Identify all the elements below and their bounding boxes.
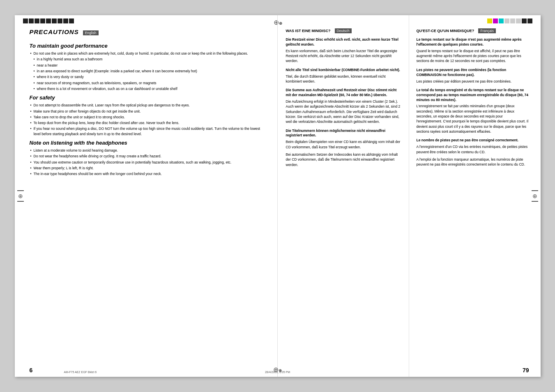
- safety-bullet-1: Do not attempt to disassemble the unit. …: [30, 103, 266, 108]
- right-column: QU'EST-CE QU'UN MINIDISQUE? Français Le …: [409, 15, 541, 377]
- french-title-row: QU'EST-CE QU'UN MINIDISQUE? Français: [417, 28, 529, 33]
- side-line-right-bottom: [532, 201, 538, 202]
- german-body-4b: Bei automatischem Setzen der Indexcodes …: [286, 152, 401, 167]
- english-badge: English: [83, 30, 99, 35]
- german-heading-4: Die Titelnummern können möglicherweise n…: [286, 129, 401, 138]
- safety-bullet-5: If you hear no sound when playing a disc…: [30, 126, 266, 136]
- reg-square-light2: [510, 18, 515, 23]
- german-body-4a: Beim digitalen Überspielen von einer CD …: [286, 139, 401, 150]
- section-headphones-heading: Note on listening with the headphones: [30, 140, 266, 146]
- german-body-3: Die Aufzeichnung erfolgt in Mindesteinhe…: [286, 99, 401, 125]
- german-body-1: Es kann vorkommen, daß sich beim Löschen…: [286, 48, 401, 64]
- footer-center: 28/4/2000, 6:05 PM: [265, 371, 290, 374]
- headphones-bullet-5: The in-ear type headphones should be wor…: [30, 171, 266, 176]
- perf-sub-bullet-2: near a heater: [30, 63, 266, 68]
- reg-square-right1: [522, 18, 527, 23]
- headphones-bullet-1: Listen at a moderate volume to avoid hea…: [30, 148, 266, 153]
- right-reg: ⊕: [532, 190, 538, 202]
- precautions-title-row: PRECAUTIONS English: [30, 28, 266, 39]
- perf-sub-bullet-3: in an area exposed to direct sunlight (E…: [30, 69, 266, 74]
- side-line-right-top: [532, 190, 538, 191]
- german-heading-3: Die Summe aus Aufnahmezeit und Restzeit …: [286, 88, 401, 98]
- german-heading-2: Nicht alle Titel sind kombinierbar (COMB…: [286, 68, 401, 73]
- french-body-2: Les pistes créées par édition peuvent ne…: [417, 79, 529, 84]
- perf-sub-bullet-6: where there is a lot of movement or vibr…: [30, 86, 266, 91]
- reg-marks-right: [487, 18, 532, 23]
- german-title: WAS IST EINE MINIDISC?: [286, 29, 331, 33]
- section-performance-heading: To maintain good performance: [30, 43, 266, 49]
- headphones-bullet-3: You should use extreme caution or tempor…: [30, 160, 266, 165]
- left-page: PRECAUTIONS English To maintain good per…: [15, 15, 278, 377]
- safety-bullet-3: Take care not to drop the unit or subjec…: [30, 115, 266, 120]
- middle-column: WAS IST EINE MINIDISC? Deutsch Die Restz…: [278, 15, 409, 377]
- french-heading-3: Le total du temps enregistré et du temps…: [417, 88, 529, 103]
- french-title: QU'EST-CE QU'UN MINIDISQUE?: [417, 29, 474, 33]
- reg-square-cyan: [499, 18, 504, 23]
- perf-sub-bullet-1: in a highly humid area such as a bathroo…: [30, 57, 266, 62]
- page-container: ⊕ ⊕ ⊕ PRECA: [0, 0, 555, 392]
- deutsch-badge: Deutsch: [335, 28, 352, 33]
- french-heading-4: Le nombre de pistes peut ne pas être con…: [417, 138, 529, 143]
- german-title-row: WAS IST EINE MINIDISC? Deutsch: [286, 28, 401, 33]
- headphones-bullet-2: Do not wear the headphones while driving…: [30, 154, 266, 159]
- french-body-4a: A l'enregistrement d'un CD via les entré…: [417, 144, 529, 154]
- french-heading-2: Les pistes ne peuvent pas être combinées…: [417, 68, 529, 78]
- french-body-4b: A l'emploi de la fonction marqueur autom…: [417, 157, 529, 167]
- french-body-1: Quand le temps restant sur le disque est…: [417, 48, 529, 64]
- german-body-2: Titel, die durch Editieren gebildet wurd…: [286, 74, 401, 84]
- reg-square-right2: [527, 18, 532, 23]
- reg-square-yellow: [487, 18, 492, 23]
- crosshair-right: ⊕: [532, 193, 537, 199]
- perf-bullet-1: Do not use the unit in places which are …: [30, 51, 266, 56]
- french-heading-1: Le temps restant sur le disque n'est pas…: [417, 37, 529, 47]
- perf-sub-bullet-5: near sources of strong magnetism, such a…: [30, 81, 266, 85]
- safety-bullet-2: Make sure that pins or other foreign obj…: [30, 109, 266, 114]
- bottom-bar: ⊕ 28/4/2000, 6:05 PM: [15, 365, 541, 377]
- safety-bullet-4: To keep dust from the pickup lens, keep …: [30, 120, 266, 125]
- right-page: WAS IST EINE MINIDISC? Deutsch Die Restz…: [278, 15, 541, 377]
- section-safety-heading: For safety: [30, 95, 266, 101]
- headphones-bullet-4: Wear them properly; L is left, R is righ…: [30, 166, 266, 171]
- spread: ⊕ ⊕ ⊕ PRECA: [15, 15, 541, 377]
- french-body-3: L'enregistrement se fait par unités mini…: [417, 104, 529, 134]
- precautions-title: PRECAUTIONS: [30, 28, 79, 35]
- reg-square-light3: [516, 18, 521, 23]
- perf-sub-bullet-4: where it is very dusty or sandy: [30, 74, 266, 79]
- german-heading-1: Die Restzeit einer Disc erhöht sich evtl…: [286, 37, 401, 47]
- reg-square-light1: [504, 18, 509, 23]
- francais-badge: Français: [478, 28, 496, 33]
- reg-square-magenta: [493, 18, 498, 23]
